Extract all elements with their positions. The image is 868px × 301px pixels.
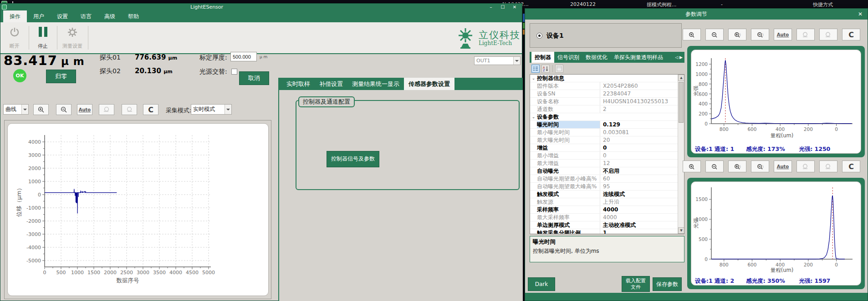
calib-thickness-input[interactable] xyxy=(230,52,257,61)
zoom-previous-button[interactable] xyxy=(797,29,815,40)
tab-测量结果统一显示[interactable]: 测量结果统一显示 xyxy=(347,78,404,90)
desktop-icon-label[interactable]: 快捷方式 xyxy=(813,1,833,8)
zoom-next-button[interactable] xyxy=(819,29,837,40)
tab-传感器参数设置[interactable]: 传感器参数设置 xyxy=(404,78,454,90)
scroll-down-icon[interactable]: ▼ xyxy=(678,227,684,234)
minimize-button[interactable]: – xyxy=(485,4,496,10)
scroll-up-icon[interactable]: ▲ xyxy=(678,75,684,81)
tab-实时取样[interactable]: 实时取样 xyxy=(282,78,315,90)
refresh-button[interactable]: C xyxy=(842,161,860,172)
tab-scroll-arrows[interactable]: ◁ ▶ xyxy=(675,52,684,63)
property-row[interactable]: 固件版本X2054P2860 xyxy=(530,82,678,90)
curve-type-selector[interactable]: 曲线 xyxy=(3,104,29,115)
displacement-chart[interactable]: 0500100015002000250030003500400045005000… xyxy=(8,124,268,296)
scroll-thumb[interactable] xyxy=(679,82,684,123)
dark-button[interactable]: Dark xyxy=(528,277,555,291)
desktop-icon-label[interactable]: 据模式例程... xyxy=(647,1,677,8)
h-zoom-out-button[interactable]: 〈〉 xyxy=(751,29,769,40)
spectrum-chart2-panel: 8006004002000050010001500量程(um)光强 设备:1 通… xyxy=(687,178,865,289)
property-grid-scrollbar[interactable]: ▲ ▼ xyxy=(678,75,684,234)
property-row[interactable]: 触发模式连续模式 xyxy=(530,191,678,198)
zoom-next-button[interactable] xyxy=(819,161,837,172)
property-row[interactable]: 自动曝光期望最小峰高%60 xyxy=(530,175,678,183)
zoom-out-button[interactable] xyxy=(705,29,724,40)
property-row[interactable]: 触发采集分频比例1 xyxy=(530,229,678,234)
property-row[interactable]: 最大曝光时间20 xyxy=(530,136,678,144)
tab-信号识别[interactable]: 信号识别 xyxy=(554,52,582,63)
save-params-button[interactable]: 保存参数 xyxy=(653,277,682,291)
zoom-in-button[interactable] xyxy=(33,104,49,115)
property-row[interactable]: 最小曝光时间0.003081 xyxy=(530,129,678,136)
desktop-icon-label[interactable]: - xyxy=(721,1,723,7)
disconnect-button[interactable]: 断开 xyxy=(1,25,28,50)
controller-signal-params-button[interactable]: 控制器信号及参数 xyxy=(327,151,379,167)
title-bar[interactable]: LightESensor – ☐ ✕ xyxy=(0,4,522,10)
desktop-icon-label[interactable]: 20240122 xyxy=(570,1,596,7)
zoom-previous-button[interactable] xyxy=(797,161,815,172)
refresh-button[interactable]: C xyxy=(143,104,158,115)
auto-scale-button[interactable]: Auto xyxy=(77,104,92,115)
property-row[interactable]: 单边测厚模式主动校准模式 xyxy=(530,221,678,229)
property-row[interactable]: 最小增益0 xyxy=(530,152,678,160)
zoom-next-button[interactable] xyxy=(122,104,137,115)
property-row[interactable]: 设备名称H4UOSN104130255013 xyxy=(530,98,678,105)
tab-控制器[interactable]: 控制器 xyxy=(531,52,554,63)
close-button[interactable]: ✕ xyxy=(856,9,865,20)
svg-text:600: 600 xyxy=(747,126,756,132)
tab-单探头测量透明样品[interactable]: 单探头测量透明样品 xyxy=(611,52,666,63)
property-row[interactable]: ⌄控制器信息 xyxy=(530,75,678,82)
categorized-view-icon[interactable] xyxy=(531,65,540,73)
property-row[interactable]: 最大增益12 xyxy=(530,160,678,167)
menu-item-用户[interactable]: 用户 xyxy=(27,10,51,22)
device1-label: 设备1 xyxy=(546,32,564,40)
property-pages-icon[interactable] xyxy=(555,65,563,73)
menu-item-语言[interactable]: 语言 xyxy=(74,10,98,22)
property-row[interactable]: 自动曝光不启用 xyxy=(530,167,678,175)
svg-text:400: 400 xyxy=(776,126,785,132)
zoom-previous-button[interactable] xyxy=(99,104,114,115)
property-row[interactable]: 设备SN22384047 xyxy=(530,90,678,98)
property-row[interactable]: 采样频率4000 xyxy=(530,206,678,214)
tab-补偿设置[interactable]: 补偿设置 xyxy=(315,78,347,90)
load-config-button[interactable]: 载入配置文件 xyxy=(622,276,650,292)
spectrum-chart1[interactable]: 8006004002000020040060080010001200量程(um)… xyxy=(691,50,861,145)
close-button[interactable]: ✕ xyxy=(509,4,520,10)
menu-item-操作[interactable]: 操作 xyxy=(3,10,27,22)
property-row[interactable]: 增益0 xyxy=(530,144,678,152)
menu-item-帮助[interactable]: 帮助 xyxy=(122,10,145,22)
cancel-button[interactable]: 取消 xyxy=(239,71,269,85)
property-row[interactable]: 触发源上升沿 xyxy=(530,198,678,206)
stop-button[interactable]: 停止 xyxy=(30,25,56,50)
menu-item-高级[interactable]: 高级 xyxy=(98,10,122,22)
svg-text:400: 400 xyxy=(699,101,708,106)
output-selector[interactable]: OUT1 xyxy=(474,56,521,65)
device1-radio[interactable] xyxy=(536,33,542,39)
capture-mode-selector[interactable]: 实时模式 xyxy=(191,104,232,115)
svg-text:〉: 〉 xyxy=(739,33,741,37)
auto-scale-button[interactable]: Auto xyxy=(774,161,792,172)
spectrum-chart2[interactable]: 8006004002000050010001500量程(um)光强 xyxy=(691,182,861,276)
zoom-out-button[interactable] xyxy=(705,161,724,172)
light-alternate-checkbox[interactable] xyxy=(231,69,237,75)
property-row[interactable]: 自动曝光期望最大峰高%95 xyxy=(530,183,678,191)
property-row[interactable]: 曝光时间0.129 xyxy=(530,121,678,129)
property-row[interactable]: ⌄设备参数 xyxy=(530,113,678,121)
refresh-button[interactable]: C xyxy=(842,29,860,40)
alphabetical-sort-icon[interactable]: AZ xyxy=(541,65,550,73)
h-zoom-in-button[interactable]: 〈〉 xyxy=(728,161,746,172)
svg-text:1000: 1000 xyxy=(695,71,708,77)
auto-scale-button[interactable]: Auto xyxy=(774,29,792,40)
zoom-out-button[interactable] xyxy=(56,104,71,115)
menu-item-设置[interactable]: 设置 xyxy=(51,10,74,22)
property-row[interactable]: 最大采样频率4000 xyxy=(530,214,678,221)
tab-数据优化[interactable]: 数据优化 xyxy=(582,52,611,63)
zoom-in-button[interactable] xyxy=(683,29,701,40)
title-bar[interactable]: 参数调节 ✕ xyxy=(525,9,868,20)
h-zoom-out-button[interactable]: 〈〉 xyxy=(751,161,769,172)
zero-button[interactable]: 归零 xyxy=(46,70,76,83)
maximize-button[interactable]: ☐ xyxy=(497,4,508,10)
h-zoom-in-button[interactable]: 〈〉 xyxy=(728,29,746,40)
property-row[interactable]: 通道数2 xyxy=(530,105,678,113)
zoom-in-button[interactable] xyxy=(683,161,701,172)
measure-settings-button[interactable]: 测量设置 xyxy=(58,25,87,50)
